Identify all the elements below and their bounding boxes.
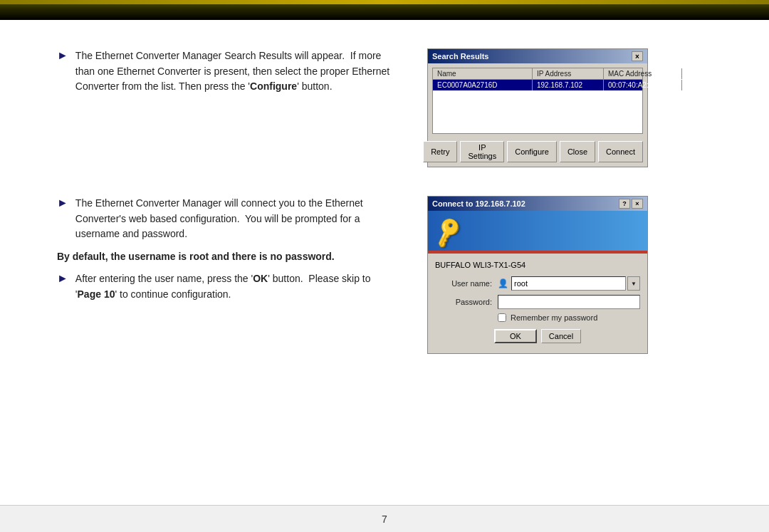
page10-bold: Page 10 xyxy=(78,288,115,300)
col-ip: IP Address xyxy=(533,68,604,79)
username-dropdown[interactable]: ▼ xyxy=(627,276,640,291)
section-2: ► The Ethernet Converter Manager will co… xyxy=(57,196,712,354)
connect-titlebar: Connect to 192.168.7.102 ? × xyxy=(428,197,647,211)
cell-name: EC0007A0A2716D xyxy=(433,80,533,90)
dialog-close-btn[interactable]: × xyxy=(632,51,643,61)
bullet-arrow-2: ► xyxy=(57,197,68,242)
connect-dialog: Connect to 192.168.7.102 ? × 🔑 BUFFALO W… xyxy=(427,196,648,354)
dialog-buttons: Retry IP Settings Configure Close Connec… xyxy=(432,138,643,162)
remember-label: Remember my password xyxy=(511,313,597,322)
bullet-text-2: The Ethernet Converter Manager will conn… xyxy=(75,196,399,242)
configure-button[interactable]: Configure xyxy=(507,141,557,162)
remember-row: Remember my password xyxy=(498,313,640,322)
connect-dialog-title: Connect to 192.168.7.102 xyxy=(432,199,525,208)
search-results-screenshot: Search Results × Name IP Address MAC Add… xyxy=(427,48,648,167)
password-row: Password: xyxy=(435,295,640,309)
bullet-item-3: ► After entering the user name, press th… xyxy=(57,271,399,302)
main-content: ► The Ethernet Converter Manager Search … xyxy=(0,20,769,382)
password-input[interactable] xyxy=(498,295,640,309)
connect-button[interactable]: Connect xyxy=(598,141,643,162)
table-row[interactable]: EC0007A0A2716D 192.168.7.102 00:07:40:A2… xyxy=(433,80,642,90)
cancel-button[interactable]: Cancel xyxy=(541,329,581,343)
password-label: Password: xyxy=(435,298,492,306)
page-number: 7 xyxy=(382,513,387,525)
configure-bold: Configure xyxy=(250,80,297,92)
ip-settings-button[interactable]: IP Settings xyxy=(460,141,504,162)
bottom-bar: 7 xyxy=(0,505,769,532)
key-icon: 🔑 xyxy=(430,214,466,249)
help-btn[interactable]: ? xyxy=(619,199,630,209)
connect-dialog-buttons: OK Cancel xyxy=(435,329,640,346)
cell-mac: 00:07:40:A2:71:6D xyxy=(604,80,682,90)
section-1-text: ► The Ethernet Converter Manager Search … xyxy=(57,48,399,100)
search-results-dialog: Search Results × Name IP Address MAC Add… xyxy=(427,48,648,167)
col-name: Name xyxy=(433,68,533,79)
bullet-text-3: After entering the user name, press the … xyxy=(75,271,399,302)
dialog-titlebar: Search Results × xyxy=(428,49,647,63)
connect-close-btn[interactable]: × xyxy=(632,199,643,209)
connect-dialog-screenshot: Connect to 192.168.7.102 ? × 🔑 BUFFALO W… xyxy=(427,196,648,354)
username-input-wrap: 👤 ▼ xyxy=(498,276,640,291)
username-label: User name: xyxy=(435,279,492,288)
col-mac: MAC Address xyxy=(604,68,682,79)
dialog-body: Name IP Address MAC Address EC0007A0A271… xyxy=(428,63,647,167)
password-input-wrap xyxy=(498,295,640,309)
username-input[interactable] xyxy=(511,276,626,291)
connect-banner: 🔑 xyxy=(428,211,647,254)
results-table: Name IP Address MAC Address EC0007A0A271… xyxy=(432,68,643,134)
bullet-arrow-1: ► xyxy=(57,49,68,95)
username-row: User name: 👤 ▼ xyxy=(435,276,640,291)
device-name: BUFFALO WLI3-TX1-G54 xyxy=(435,261,640,269)
connect-body: BUFFALO WLI3-TX1-G54 User name: 👤 ▼ Pass… xyxy=(428,254,647,353)
bullet-text-1: The Ethernet Converter Manager Search Re… xyxy=(75,48,399,95)
close-button[interactable]: Close xyxy=(560,141,595,162)
banner-stripe xyxy=(428,251,647,254)
bullet-item-2: ► The Ethernet Converter Manager will co… xyxy=(57,196,399,242)
table-header: Name IP Address MAC Address xyxy=(433,68,642,80)
retry-button[interactable]: Retry xyxy=(423,141,457,162)
section-2-text: ► The Ethernet Converter Manager will co… xyxy=(57,196,399,308)
bold-default-credentials: By default, the username is root and the… xyxy=(57,249,399,264)
ok-bold: OK xyxy=(253,273,268,284)
dialog-title: Search Results xyxy=(432,52,488,61)
top-bar-accent xyxy=(0,0,769,4)
user-icon: 👤 xyxy=(498,278,508,288)
ok-button[interactable]: OK xyxy=(494,329,537,343)
cell-ip: 192.168.7.102 xyxy=(533,80,604,90)
top-bar xyxy=(0,0,769,20)
remember-checkbox[interactable] xyxy=(498,313,506,322)
bullet-item-1: ► The Ethernet Converter Manager Search … xyxy=(57,48,399,95)
section-1: ► The Ethernet Converter Manager Search … xyxy=(57,48,712,167)
bullet-arrow-3: ► xyxy=(57,272,68,302)
table-empty-space xyxy=(433,90,642,133)
titlebar-buttons: ? × xyxy=(619,199,643,209)
